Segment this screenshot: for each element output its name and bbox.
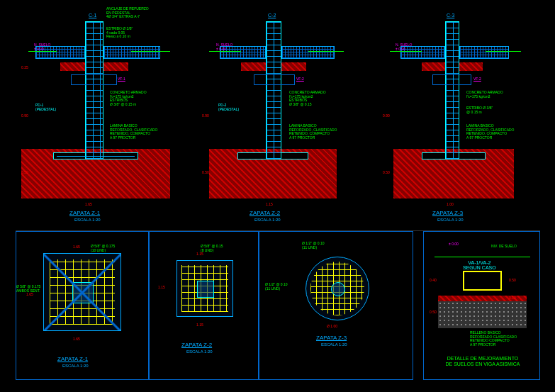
beam-box bbox=[254, 74, 295, 85]
note-top2: ESTRIBO Ø 3/8" 4 cada 0.05 Resto a 0.10 … bbox=[106, 27, 133, 39]
beam-label: VF-2 bbox=[296, 77, 304, 81]
rebar-bot bbox=[57, 156, 135, 157]
section-title: ZAPATA Z-3 bbox=[432, 210, 463, 216]
note-side1: N. SUELO ± 0.00 bbox=[34, 43, 50, 51]
plan-z1 bbox=[43, 253, 121, 331]
plan-scale: ESCALA 1:20 bbox=[321, 342, 347, 347]
slab-right bbox=[103, 46, 160, 59]
plan-z3-circle bbox=[305, 257, 369, 320]
dim-h: 0.90 bbox=[383, 113, 390, 118]
plan-z2-frame: 1.15 1.15 Ø 5/8" @ 0.15 (8 UND) 1.15 ZAP… bbox=[149, 231, 259, 380]
niv: NIV. DE SUELO bbox=[491, 245, 517, 249]
section-title: ZAPATA Z-1 bbox=[69, 210, 100, 216]
col-label: C-1 bbox=[89, 13, 96, 18]
plan-z3-frame: Ø 1/2" @ 0.10 (11 UND) Ø 1/2" @ 0.10 (11… bbox=[259, 231, 413, 380]
note-mid1: CONCRETO ARMADO f'c=175 kg/cm2 ESTRIBOS … bbox=[289, 91, 326, 106]
slab-fill-l bbox=[422, 62, 445, 71]
grade-line-r bbox=[308, 51, 344, 52]
rebar-note2: Ø 1/2" @ 0.10 (11 UND) bbox=[265, 283, 288, 291]
dim-x2: 1.15 bbox=[196, 323, 203, 327]
d-a: 0.50 bbox=[509, 278, 516, 282]
slab-fill-r bbox=[459, 62, 483, 71]
plan-scale: ESCALA 1:20 bbox=[186, 349, 213, 354]
section-title: ZAPATA Z-2 bbox=[250, 210, 280, 216]
dim-x2: 1.65 bbox=[73, 337, 80, 341]
beam-box bbox=[432, 74, 471, 85]
detail-title: DETALLE DE MEJORAMIENTO DE SUELOS EN VIG… bbox=[437, 356, 529, 366]
plan-title: ZAPATA Z-2 bbox=[181, 342, 212, 348]
note-side1: N. SUELO ± 0.00 bbox=[216, 43, 232, 51]
dim-h2: 0.50 bbox=[202, 170, 209, 174]
section-z3: C-3 VF-2 CONCRETO ARMADO f'c=175 kg/cm2 … bbox=[376, 7, 532, 220]
grade-line-r bbox=[486, 51, 521, 52]
beam-label: VF-2 bbox=[473, 77, 481, 81]
pedestal-label: PD-1 (PEDESTAL) bbox=[35, 103, 56, 111]
note-mid2: ESTRIBO Ø 3/8" @ 0.15 m bbox=[466, 106, 493, 114]
va-label: VA-1/VA-2 SEGUN CASO bbox=[463, 260, 496, 270]
rebar-note2: Ø 5/8" @ 0.175 (10 UND) bbox=[91, 245, 115, 252]
plan-title: ZAPATA Z-3 bbox=[316, 335, 347, 341]
dim-h2: 0.50 bbox=[383, 170, 390, 174]
col-label: C-2 bbox=[268, 13, 276, 18]
plan-z2 bbox=[176, 260, 233, 317]
plans-row: 1.65 1.65 Ø 5/8" @ 0.175 AMBOS SENT. Ø 5… bbox=[16, 230, 540, 379]
dim-x: 1.65 bbox=[73, 245, 80, 249]
grade-line-l bbox=[28, 51, 57, 52]
slab-right bbox=[459, 46, 509, 59]
section-scale: ESCALA 1:20 bbox=[74, 218, 101, 222]
d-d: 0.40 bbox=[430, 278, 437, 282]
slab-fill-l bbox=[60, 62, 85, 71]
grade-line-l bbox=[209, 51, 241, 52]
va-beam bbox=[463, 271, 502, 291]
plan-title: ZAPATA Z-1 bbox=[57, 356, 88, 362]
relleno bbox=[438, 301, 527, 328]
slab-fill-r bbox=[103, 62, 128, 71]
note-mid1: CONCRETO ARMADO f'c=175 kg/cm2 bbox=[466, 91, 503, 99]
note-mid2: LAMINA BASICO REFORZADO, CLASIFICADO RET… bbox=[289, 124, 337, 140]
grade: ± 0.00 bbox=[449, 242, 459, 246]
col-plan bbox=[331, 282, 345, 296]
plan-scale: ESCALA 1:20 bbox=[62, 364, 89, 368]
dim-h: 0.90 bbox=[202, 113, 209, 118]
d-c: 0.50 bbox=[430, 310, 437, 314]
soil-detail-frame: ± 0.00 NIV. DE SUELO VA-1/VA-2 SEGUN CAS… bbox=[423, 231, 540, 380]
dim-w: 1.15 bbox=[266, 202, 273, 206]
rebar-note: Ø 1/2" @ 0.10 (11 UND) bbox=[302, 242, 325, 250]
column-pedestal bbox=[445, 21, 459, 159]
section-z1: C-1 PD-1 (PEDESTAL) VF-1 ANCLAJE DE REFU… bbox=[21, 7, 170, 220]
rebar-note: Ø 5/8" @ 0.175 AMBOS SENT. bbox=[16, 285, 40, 293]
column-pedestal bbox=[85, 21, 103, 159]
beam-box bbox=[71, 74, 117, 85]
grade-line bbox=[435, 257, 530, 257]
dim-h: 0.90 bbox=[21, 113, 28, 118]
dim-y: 1.15 bbox=[158, 285, 165, 289]
grade-line-l bbox=[390, 51, 422, 52]
dim-w: 1.00 bbox=[447, 202, 454, 206]
beam-label: VF-1 bbox=[118, 77, 125, 81]
slab-fill-r bbox=[281, 62, 306, 71]
note-top1: ANCLAJE DE REFUERZO EN PEDESTAL 4Ø 3/4" … bbox=[106, 7, 149, 19]
section-z2: C-2 PD-2 (PEDESTAL) VF-2 CONCRETO ARMADO… bbox=[198, 7, 347, 220]
dim-w: 1.65 bbox=[85, 202, 92, 206]
grade-line-r bbox=[131, 51, 170, 52]
col-label: C-3 bbox=[447, 13, 454, 18]
slab-right bbox=[281, 46, 335, 59]
note2: RELLENO BASICO REFORZADO CLASIFICADO RET… bbox=[470, 331, 517, 347]
slab-fill-l bbox=[241, 62, 266, 71]
column-pedestal bbox=[266, 21, 281, 159]
note-mid1: CONCRETO ARMADO f'c=175 kg/cm2 ESTRIBOS … bbox=[110, 91, 147, 106]
note-side1: N. SUELO ± 0.00 bbox=[396, 43, 412, 51]
note-mid3: LAMINA BASICO REFORZADO, CLASIFICADO RET… bbox=[466, 124, 515, 140]
section-scale: ESCALA 1:20 bbox=[437, 218, 464, 222]
plan-z1-frame: 1.65 1.65 Ø 5/8" @ 0.175 AMBOS SENT. Ø 5… bbox=[16, 231, 149, 380]
pedestal-label: PD-2 (PEDESTAL) bbox=[218, 103, 239, 111]
col-plan bbox=[197, 281, 214, 298]
section-scale: ESCALA 1:20 bbox=[254, 218, 281, 222]
d-b: 0.10 bbox=[509, 296, 516, 300]
dim-h2: 0.50 bbox=[21, 170, 28, 174]
rebar-note: Ø 5/8" @ 0.15 (8 UND) bbox=[201, 245, 223, 252]
note-mid2: LAMINA BASICO REFORZADO, CLASIFICADO RET… bbox=[110, 124, 158, 140]
diag bbox=[44, 254, 120, 330]
dim-h3: 0.25 bbox=[21, 65, 28, 69]
diameter: Ø 1.00 bbox=[327, 324, 337, 328]
